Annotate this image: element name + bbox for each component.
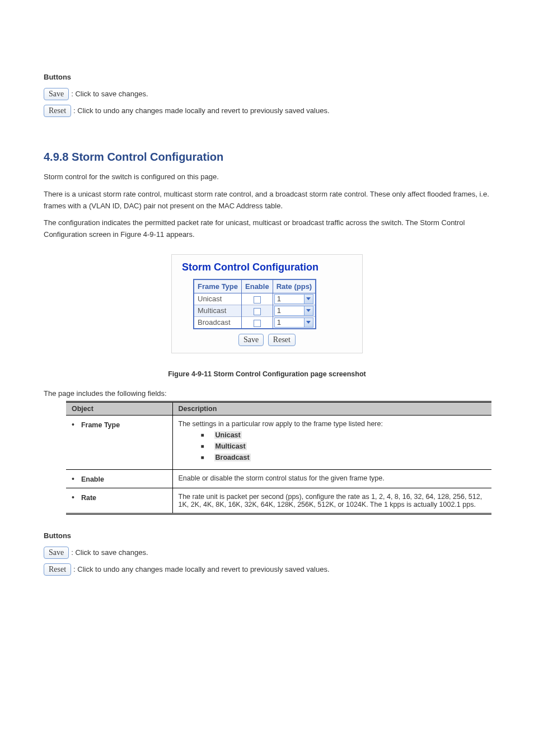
chevron-down-icon: [304, 318, 313, 327]
reset-button[interactable]: Reset: [44, 105, 71, 117]
desc-head-object: Object: [66, 402, 172, 415]
buttons-section-bottom: Buttons Save : Click to save changes. Re…: [44, 531, 490, 576]
rate-select-unicast[interactable]: 1: [274, 294, 313, 304]
storm-control-panel: Storm Control Configuration Frame Type E…: [171, 254, 363, 353]
reset-button-desc: : Click to undo any changes made locally…: [73, 106, 329, 115]
save-button[interactable]: Save: [44, 547, 69, 559]
chevron-down-icon: [304, 295, 313, 304]
table-row: Broadcast 1: [194, 316, 316, 329]
section-intro: Storm control for the switch is configur…: [44, 171, 490, 183]
section-buttons-label: Buttons: [44, 531, 490, 540]
rate-select-multicast[interactable]: 1: [274, 306, 313, 316]
desc-text: Enable or disable the storm control stat…: [179, 474, 385, 482]
section-p2: The configuration indicates the permitte…: [44, 217, 490, 241]
desc-text: The settings in a particular row apply t…: [179, 420, 383, 428]
reset-button-desc: : Click to undo any changes made locally…: [73, 565, 329, 573]
enable-checkbox-multicast[interactable]: [254, 308, 261, 315]
frame-type-label: Broadcast: [194, 316, 242, 329]
desc-row: Rate The rate unit is packet per second …: [66, 488, 491, 514]
desc-obj: Rate: [81, 494, 96, 502]
frame-type-label: Multicast: [194, 305, 242, 316]
figure-caption: Figure 4-9-11 Storm Control Configuratio…: [44, 370, 490, 378]
desc-text: The rate unit is packet per second (pps)…: [179, 493, 483, 508]
desc-head-desc: Description: [172, 402, 491, 415]
enable-checkbox-unicast[interactable]: [254, 296, 261, 304]
frame-type-label: Unicast: [194, 293, 242, 305]
col-enable: Enable: [242, 279, 273, 293]
description-table: Object Description Frame Type The settin…: [66, 401, 491, 515]
col-rate: Rate (pps): [273, 279, 316, 293]
panel-reset-button[interactable]: Reset: [268, 334, 296, 346]
save-button[interactable]: Save: [44, 88, 69, 100]
section-buttons-label: Buttons: [44, 73, 490, 81]
section-heading: 4.9.8 Storm Control Configuration: [44, 151, 490, 164]
list-item: Broadcast: [214, 454, 251, 461]
storm-control-table: Frame Type Enable Rate (pps) Unicast 1: [193, 279, 316, 329]
desc-obj: Frame Type: [81, 421, 120, 429]
col-frame-type: Frame Type: [194, 279, 242, 293]
table-row: Multicast 1: [194, 305, 316, 316]
desc-intro: The page includes the following fields:: [44, 389, 490, 398]
enable-checkbox-broadcast[interactable]: [254, 320, 261, 327]
save-button-desc: : Click to save changes.: [71, 90, 148, 98]
panel-title: Storm Control Configuration: [182, 262, 352, 273]
svg-marker-0: [306, 297, 311, 300]
reset-button[interactable]: Reset: [44, 563, 71, 576]
panel-save-button[interactable]: Save: [238, 334, 264, 346]
section-p1: There is a unicast storm rate control, m…: [44, 189, 490, 212]
svg-marker-2: [306, 321, 311, 324]
desc-obj: Enable: [81, 475, 104, 483]
rate-select-broadcast[interactable]: 1: [274, 318, 313, 328]
buttons-section-top: Buttons Save : Click to save changes. Re…: [44, 73, 490, 117]
desc-row: Enable Enable or disable the storm contr…: [66, 469, 491, 488]
svg-marker-1: [306, 309, 311, 312]
desc-row: Frame Type The settings in a particular …: [66, 415, 491, 469]
list-item: Unicast: [214, 431, 242, 439]
table-row: Unicast 1: [194, 293, 316, 305]
list-item: Multicast: [214, 442, 247, 450]
save-button-desc: : Click to save changes.: [71, 548, 148, 557]
chevron-down-icon: [304, 306, 313, 315]
